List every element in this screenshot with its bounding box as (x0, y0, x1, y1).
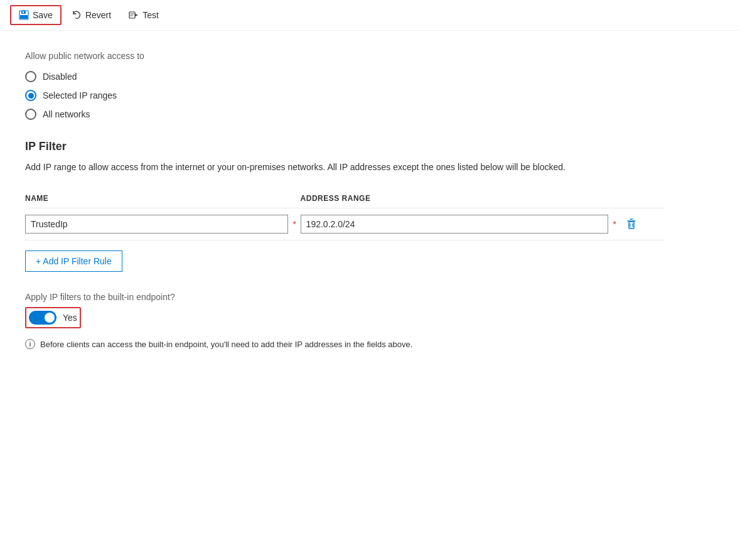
delete-row-button[interactable] (621, 215, 642, 233)
radio-item-disabled[interactable]: Disabled (25, 71, 665, 82)
network-access-radio-group: Disabled Selected IP ranges All networks (25, 71, 665, 120)
radio-item-selected-ip[interactable]: Selected IP ranges (25, 90, 665, 101)
revert-label: Revert (85, 10, 111, 20)
table-row: * * (25, 208, 665, 240)
trash-icon (626, 218, 637, 230)
revert-button[interactable]: Revert (64, 6, 119, 24)
table-cell-address-range: * (301, 208, 621, 240)
info-icon: i (25, 339, 35, 349)
table-cell-action (621, 208, 665, 240)
toggle-row: Yes (25, 307, 81, 328)
ip-filter-description: Add IP range to allow access from the in… (25, 161, 665, 174)
ip-filter-section: IP Filter Add IP range to allow access f… (25, 140, 665, 272)
address-range-input[interactable] (301, 215, 608, 234)
col-header-name: NAME (25, 189, 301, 208)
info-note: i Before clients can access the built-in… (25, 338, 665, 351)
test-button[interactable]: Test (121, 6, 166, 24)
toolbar: Save Revert Test (0, 0, 740, 31)
radio-item-all-networks[interactable]: All networks (25, 109, 665, 120)
toggle-section-label: Apply IP filters to the built-in endpoin… (25, 292, 665, 302)
built-in-endpoint-section: Apply IP filters to the built-in endpoin… (25, 292, 665, 328)
ip-filter-table: NAME ADDRESS RANGE * (25, 189, 665, 240)
test-icon (129, 10, 139, 20)
toggle-value-label: Yes (63, 313, 77, 323)
table-cell-name: * (25, 208, 301, 240)
svg-rect-7 (629, 222, 634, 229)
col-header-action (621, 189, 665, 208)
toggle-switch[interactable] (29, 311, 56, 325)
radio-all-networks[interactable] (25, 109, 36, 120)
range-input-wrap: * (301, 215, 621, 234)
name-input[interactable] (25, 215, 288, 234)
svg-rect-2 (23, 11, 24, 13)
test-label: Test (142, 10, 159, 20)
radio-disabled[interactable] (25, 71, 36, 82)
name-required-star: * (293, 219, 296, 229)
radio-disabled-label: Disabled (43, 72, 77, 82)
add-ip-filter-button[interactable]: + Add IP Filter Rule (25, 250, 122, 272)
network-access-section: Allow public network access to Disabled … (25, 51, 665, 120)
range-required-star: * (613, 219, 616, 229)
save-icon (19, 10, 29, 20)
radio-selected-ip-label: Selected IP ranges (43, 90, 117, 100)
radio-selected-ip[interactable] (25, 90, 36, 101)
col-header-address-range: ADDRESS RANGE (301, 189, 621, 208)
revert-icon (72, 10, 82, 20)
add-ip-filter-label: + Add IP Filter Rule (36, 256, 112, 266)
network-access-label: Allow public network access to (25, 51, 665, 61)
name-input-wrap: * (25, 215, 301, 234)
svg-rect-4 (129, 12, 135, 18)
main-content: Allow public network access to Disabled … (0, 31, 690, 371)
ip-filter-title: IP Filter (25, 140, 665, 153)
save-button[interactable]: Save (10, 5, 62, 25)
radio-all-networks-label: All networks (43, 109, 90, 119)
svg-rect-3 (20, 15, 28, 19)
info-text: Before clients can access the built-in e… (40, 338, 412, 351)
save-label: Save (33, 10, 53, 20)
